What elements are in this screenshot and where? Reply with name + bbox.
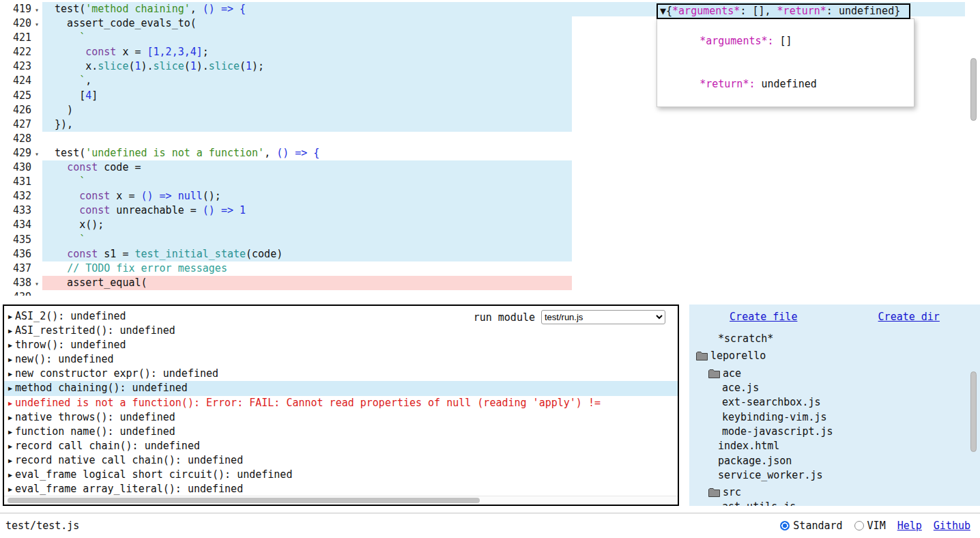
code-text[interactable]: x.slice(1).slice(1).slice(1); — [42, 60, 264, 72]
tree-item-ace-js[interactable]: ace.js — [689, 381, 980, 395]
log-item[interactable]: ▶eval_frame logical short circuit(): und… — [4, 468, 678, 482]
execution-highlight — [42, 175, 572, 189]
code-editor[interactable]: 419▾ test('method chaining', () => {420▾… — [0, 0, 980, 296]
log-item[interactable]: ▶method chaining(): undefined — [4, 381, 678, 395]
log-item[interactable]: ▶record call chain(): undefined — [4, 439, 678, 453]
line-number: 421 — [0, 31, 31, 45]
code-line[interactable]: 435 ` — [0, 233, 980, 247]
line-number: 424 — [0, 74, 31, 88]
inspector-label: *return*: — [700, 78, 755, 90]
code-line[interactable]: 436 const s1 = test_initial_state(code) — [0, 247, 980, 261]
tree-item-scratch[interactable]: *scratch* — [689, 332, 980, 346]
expand-triangle-icon[interactable]: ▶ — [8, 396, 12, 410]
expand-triangle-icon[interactable]: ▶ — [8, 324, 12, 338]
code-text[interactable]: ` — [42, 233, 85, 246]
tree-item-service-worker-js[interactable]: service_worker.js — [689, 468, 980, 483]
code-line[interactable]: 437 // TODO fix error messages — [0, 261, 980, 276]
log-item[interactable]: ▶ASI_restrited(): undefined — [4, 324, 678, 338]
tree-item-mode-javascript-js[interactable]: mode-javascript.js — [689, 425, 980, 439]
code-line[interactable]: 438▾ assert_equal( — [0, 276, 980, 290]
expand-triangle-icon[interactable]: ▶ — [8, 482, 12, 496]
log-item[interactable]: ▶throw(): undefined — [4, 338, 678, 352]
expand-triangle-icon[interactable]: ▶ — [8, 453, 12, 468]
line-number: 427 — [0, 117, 31, 132]
log-item[interactable]: ▶new(): undefined — [4, 352, 678, 367]
create-dir-link[interactable]: Create dir — [878, 311, 940, 323]
code-line[interactable]: 430 const code = — [0, 160, 980, 175]
log-item[interactable]: ▶new constructor expr(): undefined — [4, 367, 678, 381]
code-line[interactable]: 428 — [0, 132, 980, 146]
tree-item-leporello[interactable]: leporello — [689, 349, 980, 363]
expand-triangle-icon[interactable]: ▶ — [8, 468, 12, 482]
line-number: 425 — [0, 89, 31, 103]
code-text[interactable]: }), — [42, 118, 73, 130]
code-text[interactable]: test('undefined is not a function', () =… — [42, 147, 319, 159]
expand-triangle-icon[interactable]: ▶ — [8, 439, 12, 453]
code-text[interactable]: // TODO fix error messages — [42, 262, 227, 274]
log-item[interactable]: ▶undefined is not a function(): Error: F… — [4, 396, 678, 410]
code-text[interactable]: const code = — [42, 161, 141, 173]
tree-item-ace[interactable]: ace — [689, 367, 980, 381]
log-item[interactable]: ▶function name(): undefined — [4, 425, 678, 439]
run-module-select[interactable]: test/run.js — [541, 310, 665, 324]
expand-triangle-icon[interactable]: ▶ — [8, 338, 12, 352]
tree-item-label: ast_utils.js — [722, 500, 796, 506]
code-text[interactable]: test('method chaining', () => { — [42, 3, 246, 15]
code-text[interactable]: ` — [42, 175, 85, 188]
fold-icon[interactable]: ▾ — [31, 277, 42, 291]
code-line[interactable]: 432 const x = () => null(); — [0, 189, 980, 203]
inspector-row-arguments[interactable]: *arguments*:[] — [657, 20, 914, 63]
editor-scrollbar-thumb[interactable] — [970, 58, 977, 121]
logs-hscrollbar-thumb[interactable] — [8, 498, 480, 503]
expand-triangle-icon[interactable]: ▶ — [8, 425, 12, 439]
keybinding-radio-vim[interactable]: VIM — [854, 520, 886, 532]
tree-item-package-json[interactable]: package.json — [689, 453, 980, 468]
files-scrollbar-thumb[interactable] — [970, 371, 977, 452]
tree-item-src[interactable]: src — [689, 485, 980, 500]
inspector-row-return[interactable]: *return*:undefined — [657, 63, 914, 106]
tree-item-keybinding-vim-js[interactable]: keybinding-vim.js — [689, 410, 980, 424]
code-text[interactable]: assert_code_evals_to( — [42, 17, 197, 29]
fold-icon[interactable]: ▾ — [31, 17, 42, 31]
code-line[interactable]: 429▾ test('undefined is not a function',… — [0, 146, 980, 160]
fold-icon[interactable]: ▾ — [31, 3, 42, 17]
code-line[interactable]: 431 ` — [0, 175, 980, 189]
code-text[interactable]: x(); — [42, 218, 104, 231]
tree-item-label: mode-javascript.js — [722, 425, 833, 439]
help-link[interactable]: Help — [897, 520, 922, 532]
code-text[interactable]: `, — [42, 74, 91, 87]
value-inspector-header[interactable]: ▼{*arguments*: [], *return*: undefined} — [657, 3, 910, 19]
log-item[interactable]: ▶native throws(): undefined — [4, 410, 678, 425]
fold-icon[interactable]: ▾ — [31, 147, 42, 161]
code-text[interactable]: [4] — [42, 89, 98, 102]
file-explorer-panel: Create file Create dir *scratch*leporell… — [689, 305, 980, 506]
code-text[interactable]: const x = [1,2,3,4]; — [42, 46, 209, 58]
log-item[interactable]: ▶eval_frame array_literal(): undefined — [4, 482, 678, 496]
code-text[interactable]: const x = () => null(); — [42, 190, 221, 202]
code-line[interactable]: 439 — [0, 290, 980, 296]
code-text[interactable]: ) — [42, 104, 73, 116]
tree-item-ast-utils-js[interactable]: ast_utils.js — [689, 500, 980, 506]
create-file-link[interactable]: Create file — [730, 311, 797, 323]
expand-triangle-icon[interactable]: ▶ — [8, 410, 12, 425]
code-text[interactable]: assert_equal( — [42, 277, 147, 289]
code-line[interactable]: 427 }), — [0, 117, 980, 132]
keybinding-radio-standard[interactable]: Standard — [780, 520, 842, 532]
tree-item-index-html[interactable]: index.html — [689, 439, 980, 453]
code-line[interactable]: 433 const unreachable = () => 1 — [0, 203, 980, 218]
code-text[interactable]: const unreachable = () => 1 — [42, 204, 246, 216]
expand-triangle-icon[interactable]: ▶ — [8, 352, 12, 367]
expand-triangle-icon[interactable]: ▶ — [8, 381, 12, 395]
radio-icon — [780, 521, 790, 530]
logs-horizontal-scrollbar[interactable] — [4, 496, 678, 505]
tree-item-ext-searchbox-js[interactable]: ext-searchbox.js — [689, 395, 980, 410]
expand-triangle-icon[interactable]: ▶ — [8, 309, 12, 324]
code-text[interactable]: const s1 = test_initial_state(code) — [42, 248, 283, 260]
code-text[interactable]: ` — [42, 31, 85, 44]
execution-highlight — [42, 233, 572, 247]
line-number: 435 — [0, 233, 31, 247]
log-item[interactable]: ▶record native call chain(): undefined — [4, 453, 678, 468]
github-link[interactable]: Github — [934, 520, 970, 532]
code-line[interactable]: 434 x(); — [0, 218, 980, 232]
expand-triangle-icon[interactable]: ▶ — [8, 367, 12, 381]
